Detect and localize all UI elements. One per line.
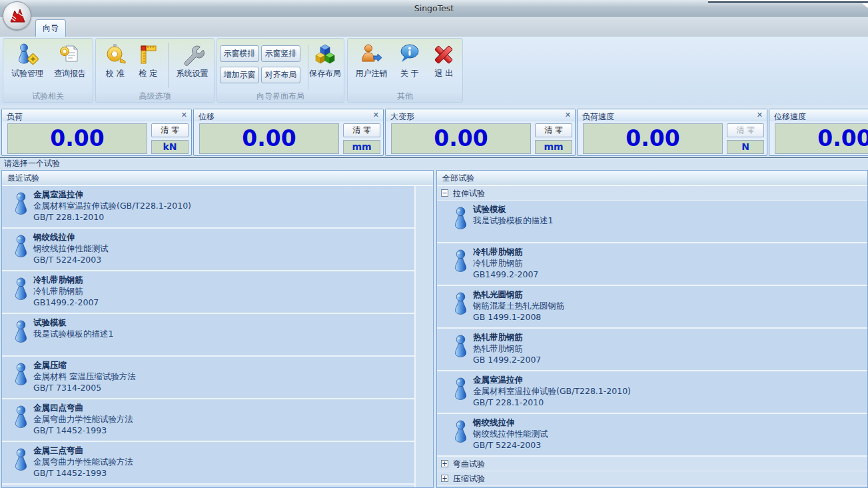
pawn-icon <box>452 207 470 232</box>
meter-title: 大变形 <box>390 111 414 123</box>
test-item-title: 热轧带肋钢筋 <box>473 331 862 343</box>
test-item-desc: 冷轧带肋钢筋 <box>33 285 409 297</box>
tree-collapse-icon[interactable]: − <box>441 189 448 197</box>
tab-wizard[interactable]: 向导 <box>35 19 66 37</box>
test-item-desc: 金属弯曲力学性能试验方法 <box>33 413 409 425</box>
about-button[interactable]: 关 于 <box>392 41 426 78</box>
save-layout-button[interactable]: 保存布局 <box>308 41 342 78</box>
ribbon: 试验管理 查询报告 试验相关 <box>0 37 868 105</box>
meter-unit: N <box>727 140 764 154</box>
add-window-button[interactable]: 增加示窗 <box>220 67 259 83</box>
ribbon-group-advanced-options: 校 准 检 定 系统设置 高级选项 <box>95 38 215 103</box>
pawn-icon <box>12 192 30 217</box>
ribbon-group-wizard-layout: 示窗横排 示窗竖排 增加示窗 对齐布局 保存布局 向导界面布局 <box>217 38 344 103</box>
test-item[interactable]: 试验模板 我是试验模板的描述1 <box>437 201 867 243</box>
test-item[interactable]: 钢绞线拉伸 钢绞线拉伸性能测试 GB/T 5224-2003 <box>2 229 414 271</box>
button-label: 试验管理 <box>11 69 43 78</box>
test-item-desc: 钢绞线拉伸性能测试 <box>473 428 862 439</box>
test-item-standard: GB/T 5224-2003 <box>33 254 409 265</box>
align-layout-button[interactable]: 对齐布局 <box>261 67 300 83</box>
meter-value-display: 0.00 <box>583 123 723 154</box>
verification-button[interactable]: 检 定 <box>132 41 165 78</box>
exit-button[interactable]: 退 出 <box>427 41 461 78</box>
test-item[interactable]: 冷轧带肋钢筋 冷轧带肋钢筋 GB1499.2-2007 <box>2 271 414 314</box>
scrollbar-track[interactable] <box>414 186 433 487</box>
windows-horizontal-button[interactable]: 示窗横排 <box>220 45 259 62</box>
button-label: 退 出 <box>434 69 453 78</box>
button-label: 检 定 <box>139 69 157 78</box>
meter-title: 负荷速度 <box>582 111 614 123</box>
test-item-title: 冷轧带肋钢筋 <box>33 274 409 285</box>
pawn-icon <box>12 448 30 473</box>
test-category-row[interactable]: + 压缩试验 <box>437 471 867 486</box>
test-item[interactable]: 热轧带肋钢筋 热轧带肋钢筋 GB 1499.2-2007 <box>437 329 867 371</box>
test-item[interactable]: 金属室温拉伸 金属材料室温拉伸试验(GB/T228.1-2010) GB/T 2… <box>437 371 867 414</box>
close-icon[interactable]: ✕ <box>181 111 187 119</box>
test-item[interactable]: 钢绞线拉伸 钢绞线拉伸性能测试 GB/T 5224-2003 <box>437 414 867 457</box>
tree-expand-icon[interactable]: + <box>441 475 448 482</box>
pawn-icon <box>12 363 30 388</box>
test-item-desc: 金属材料 室温压缩试验方法 <box>33 371 409 382</box>
meter-titlebar: 负荷速度 ✕ <box>578 109 767 121</box>
meter-titlebar: 负荷 ✕ <box>2 109 191 121</box>
app-logo-button[interactable] <box>3 1 31 30</box>
button-label: 关 于 <box>400 69 419 78</box>
test-management-icon <box>15 42 39 67</box>
test-item[interactable]: 金属三点弯曲 金属弯曲力学性能试验方法 GB/T 14452-1993 <box>2 442 414 485</box>
tab-strip: 向导 <box>0 17 868 37</box>
test-item-title: 热轧光圆钢筋 <box>473 289 862 300</box>
meter-value-display: 0.00 <box>391 123 531 154</box>
meter-title: 位移速度 <box>774 111 806 123</box>
test-item[interactable]: 金属压缩 金属材料 室温压缩试验方法 GB/T 7314-2005 <box>2 357 414 399</box>
calibration-button[interactable]: 校 准 <box>99 41 132 78</box>
meter-panel: 位移 ✕ 0.00 清 零 mm <box>193 109 384 156</box>
close-icon[interactable]: ✕ <box>565 111 571 119</box>
clear-zero-button[interactable]: 清 零 <box>535 123 572 137</box>
overlapping-window-corner <box>862 3 868 8</box>
ribbon-group-label: 其他 <box>348 91 462 102</box>
user-logout-button[interactable]: 用户注销 <box>350 41 392 78</box>
meter-titlebar: 位移 ✕ <box>194 109 383 121</box>
test-item-title: 金属四点弯曲 <box>33 402 409 413</box>
meter-titlebar: 大变形 ✕ <box>386 109 575 121</box>
all-tests-panel: 全部试验 − 拉伸试验 试验模板 我是试验模板的描述1 冷轧带肋钢筋 冷轧带肋钢… <box>436 170 868 488</box>
meter-panel: 大变形 ✕ 0.00 清 零 mm <box>385 109 576 156</box>
button-label: 校 准 <box>106 69 125 78</box>
test-item-desc: 热轧带肋钢筋 <box>473 343 862 354</box>
test-item-standard: GB 1499.2-2007 <box>473 354 862 365</box>
tree-expand-icon[interactable]: + <box>441 460 448 467</box>
close-icon[interactable]: ✕ <box>757 111 763 119</box>
meter-panel: 负荷速度 ✕ 0.00 清 零 N <box>577 109 767 156</box>
ribbon-group-label: 高级选项 <box>96 91 214 102</box>
test-item-standard: GB1499.2-2007 <box>473 269 862 280</box>
titlebar: SingoTest <box>0 0 868 17</box>
all-tests-tree: − 拉伸试验 试验模板 我是试验模板的描述1 冷轧带肋钢筋 冷轧带肋钢筋 GB1… <box>437 186 867 487</box>
test-item-desc: 我是试验模板的描述1 <box>473 215 862 226</box>
pawn-icon <box>452 292 470 317</box>
pawn-icon <box>12 277 30 303</box>
test-item[interactable]: 金属四点弯曲 金属弯曲力学性能试验方法 GB/T 14452-1993 <box>2 399 414 442</box>
test-category-row[interactable]: − 拉伸试验 <box>437 186 867 201</box>
test-item[interactable]: 试验模板 我是试验模板的描述1 <box>2 314 414 357</box>
clear-zero-button[interactable]: 清 零 <box>343 123 380 137</box>
test-item[interactable]: 热轧光圆钢筋 钢筋混凝土热轧光圆钢筋 GB 1499.1-2008 <box>437 286 867 329</box>
query-report-button[interactable]: 查询报告 <box>49 41 91 78</box>
ribbon-group-other: 用户注销 关 于 退 出 <box>347 38 463 103</box>
close-icon[interactable]: ✕ <box>373 111 379 119</box>
test-item-desc: 我是试验模板的描述1 <box>33 328 409 339</box>
clear-zero-button[interactable]: 清 零 <box>727 123 764 137</box>
test-category-label: 拉伸试验 <box>453 186 485 201</box>
test-item[interactable]: 金属室温拉伸 金属材料室温拉伸试验(GB/T228.1-2010) GB/T 2… <box>2 186 414 229</box>
test-item-title: 金属室温拉伸 <box>33 189 409 200</box>
user-logout-icon <box>360 42 384 67</box>
query-report-icon <box>58 42 82 67</box>
clear-zero-button[interactable]: 清 零 <box>151 123 189 137</box>
test-item-standard: GB/T 228.1-2010 <box>33 211 409 223</box>
windows-vertical-button[interactable]: 示窗竖排 <box>261 45 300 62</box>
test-item[interactable]: 冷轧带肋钢筋 冷轧带肋钢筋 GB1499.2-2007 <box>437 243 867 286</box>
test-category-row[interactable]: + 弯曲试验 <box>437 457 867 471</box>
meter-value-display: 0.00 <box>7 123 147 154</box>
system-settings-button[interactable]: 系统设置 <box>172 41 213 78</box>
recent-tests-list: 金属室温拉伸 金属材料室温拉伸试验(GB/T228.1-2010) GB/T 2… <box>2 186 414 487</box>
test-management-button[interactable]: 试验管理 <box>6 41 49 78</box>
